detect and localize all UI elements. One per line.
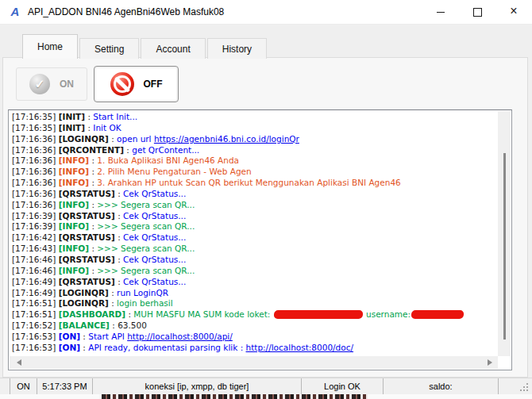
app-window: A API_ADDON BNI46 AgenBni46Web Masfuk08 … (0, 0, 532, 394)
log-tag: [QRCONTENT] (59, 145, 124, 155)
log-tag: [BALANCE] (59, 320, 110, 330)
log-message: 1. Buka Aplikasi BNI Agen46 Anda (97, 155, 239, 165)
status-panel-koneksi: koneksi [ip, xmpp, db tiger] (93, 378, 302, 394)
log-line: [17:16:51] [LOGINQR] : login berhasil (12, 298, 498, 309)
log-timestamp: [17:16:52] (12, 320, 59, 330)
log-timestamp: [17:16:42] (12, 232, 59, 242)
log-timestamp: [17:16:39] (12, 211, 59, 221)
log-timestamp: [17:16:51] (12, 298, 59, 308)
log-line: [17:16:39] [QRSTATUS] : Cek QrStatus... (12, 211, 498, 222)
maximize-button[interactable] (459, 0, 495, 24)
window-title: API_ADDON BNI46 AgenBni46Web Masfuk08 (28, 6, 224, 17)
log-separator: : (109, 134, 117, 144)
background-window-text-fragment (102, 394, 368, 399)
log-message: 63.500 (118, 320, 147, 330)
redaction-mark (411, 310, 465, 319)
close-button[interactable]: × (495, 0, 532, 24)
tab-home[interactable]: Home (22, 34, 78, 59)
log-link[interactable]: http://localhost:8000/doc/ (246, 343, 354, 352)
log-message: >>> Segera scan QR... (97, 244, 195, 253)
background-window-strip (0, 394, 532, 399)
log-timestamp: [17:16:36] (12, 145, 59, 155)
log-tag: [QRSTATUS] (59, 277, 115, 286)
log-message: run LoginQR (117, 288, 168, 297)
status-panel-login: Login OK (302, 378, 384, 394)
scroll-left-arrow-icon[interactable] (17, 359, 21, 366)
log-message: 3. Arahkan HP untuk Scan QR berikut Meng… (97, 178, 400, 187)
log-timestamp: [17:16:36] (12, 167, 59, 176)
status-panel-saldo: saldo: (384, 378, 499, 394)
log-message: Start API (88, 332, 127, 341)
log-tag: [ON] (59, 343, 80, 352)
log-message: Init OK (93, 123, 121, 132)
log-tag: [QRSTATUS] (59, 232, 115, 242)
log-separator: : (125, 309, 133, 319)
log-output[interactable]: [17:16:35] [INIT] : Start Init...[17:16:… (10, 111, 498, 356)
log-message: Cek QrStatus... (123, 277, 186, 286)
minimize-button[interactable] (422, 0, 459, 24)
log-tag: [QRSTATUS] (59, 255, 115, 264)
check-icon: ✓ (29, 74, 50, 94)
log-line: [17:16:36] [INFO] : 1. Buka Aplikasi BNI… (12, 155, 498, 167)
log-message: >>> Segera scan QR... (97, 200, 195, 209)
log-line: [17:16:51] [DASHBOARD] : MUH MASFU MA SU… (12, 309, 498, 320)
log-line: [17:16:36] [LOGINQR] : open url https://… (12, 134, 498, 145)
log-separator: : (89, 244, 97, 253)
scroll-right-arrow-icon[interactable] (488, 359, 492, 366)
v-scrollbar-thumb[interactable] (503, 153, 506, 340)
log-message: Cek QrStatus... (123, 189, 186, 198)
log-tag: [LOGINQR] (59, 298, 109, 308)
log-tag: [INFO] (59, 244, 89, 253)
tab-history[interactable]: History (207, 38, 267, 59)
log-message: get QrContent... (132, 145, 199, 155)
h-scrollbar[interactable] (10, 356, 498, 369)
log-tag: [LOGINQR] (59, 288, 109, 297)
statusbar: ON 5:17:33 PM koneksi [ip, xmpp, db tige… (0, 378, 532, 394)
log-separator: : (80, 332, 88, 341)
log-message: Start Init... (93, 112, 137, 121)
log-line: [17:16:42] [QRSTATUS] : Cek QrStatus... (12, 232, 498, 244)
log-separator: : (89, 178, 97, 187)
log-message: 2. Pilih Menu Pengaturan - Web Agen (97, 167, 251, 176)
log-message: >>> Segera scan QR... (97, 221, 195, 231)
log-separator: : (89, 167, 97, 176)
log-timestamp: [17:16:53] (12, 343, 59, 352)
log-separator: : (115, 211, 123, 221)
off-button[interactable]: OFF (94, 66, 179, 102)
log-line: [17:16:49] [QRSTATUS] : Cek QrStatus... (12, 277, 498, 288)
log-line: [17:16:36] [INFO] : 3. Arahkan HP untuk … (12, 178, 498, 189)
status-panel-on: ON (10, 378, 37, 394)
log-separator: : (89, 266, 97, 275)
log-link[interactable]: https://agenbni46.bni.co.id/loginQr (154, 134, 299, 144)
log-tag: [INFO] (59, 200, 89, 209)
prohibition-icon (110, 72, 134, 96)
log-separator: : (89, 200, 97, 209)
log-tag: [INIT] (59, 112, 85, 121)
log-timestamp: [17:16:36] (12, 200, 59, 209)
log-link[interactable]: http://localhost:8000/api/ (127, 332, 233, 341)
tab-account[interactable]: Account (141, 38, 205, 59)
log-separator: : (85, 112, 93, 121)
redaction-mark (273, 310, 363, 319)
on-button-label: ON (60, 79, 74, 90)
resize-grip[interactable] (520, 383, 528, 391)
log-separator: : (109, 298, 117, 308)
log-tag: [INFO] (59, 155, 89, 165)
log-line: [17:16:36] [INFO] : >>> Segera scan QR..… (12, 200, 498, 211)
on-button[interactable]: ✓ ON (16, 67, 87, 101)
app-icon: A (9, 6, 21, 18)
log-message: login berhasil (117, 298, 173, 308)
log-message: API ready, dokumentasi parsing klik : (88, 343, 245, 352)
log-timestamp: [17:16:53] (12, 332, 59, 341)
log-timestamp: [17:16:35] (12, 123, 59, 132)
log-timestamp: [17:16:36] (12, 134, 59, 144)
log-line: [17:16:53] [ON] : API ready, dokumentasi… (12, 343, 498, 354)
v-scrollbar[interactable] (498, 111, 511, 356)
titlebar: A API_ADDON BNI46 AgenBni46Web Masfuk08 … (0, 0, 532, 25)
tab-strip: Home Setting Account History (22, 34, 268, 59)
log-separator: : (80, 343, 88, 352)
off-button-label: OFF (144, 79, 163, 90)
tab-setting[interactable]: Setting (79, 38, 139, 59)
status-panel-time: 5:17:33 PM (37, 378, 93, 394)
log-tag: [INFO] (59, 221, 89, 231)
